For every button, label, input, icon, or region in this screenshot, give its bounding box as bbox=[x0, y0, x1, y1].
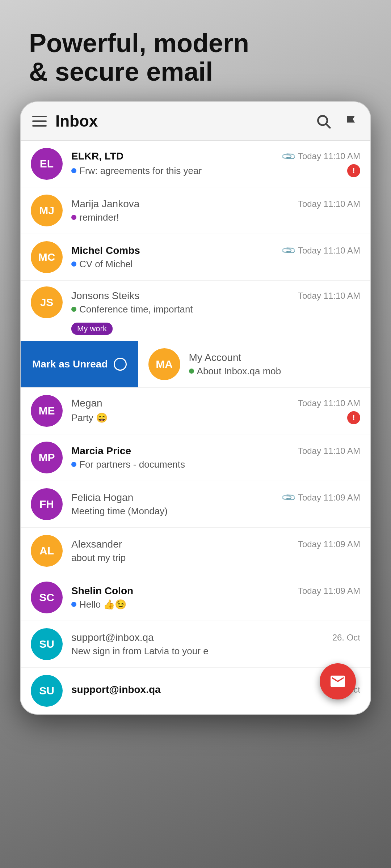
sender-elkr: ELKR, LTD bbox=[71, 150, 123, 162]
email-item-myaccount-container: Mark as Unread MA My Account About Inbox… bbox=[21, 341, 370, 388]
time-michel: 📎 Today 11:10 AM bbox=[283, 245, 360, 256]
subject-marcia: For partners - documents bbox=[71, 459, 360, 470]
subject-alexsander: about my trip bbox=[71, 552, 360, 563]
attachment-icon-felicia: 📎 bbox=[281, 489, 297, 506]
subject-felicia: Meeting time (Monday) bbox=[71, 506, 360, 517]
email-item-marcia[interactable]: MP Marcia Price Today 11:10 AM For partn… bbox=[21, 434, 370, 481]
header-actions bbox=[315, 113, 359, 129]
dot-jonsons bbox=[71, 307, 76, 312]
avatar-support1: SU bbox=[31, 628, 63, 660]
dot-myaccount bbox=[189, 369, 194, 374]
tag-mywork: My work bbox=[71, 323, 113, 335]
sender-support2: support@inbox.qa bbox=[71, 684, 161, 695]
dot-elkr bbox=[71, 168, 76, 173]
email-item-elkr[interactable]: EL ELKR, LTD 📎 Today 11:10 AM Frw: agree… bbox=[21, 141, 370, 187]
time-marija: Today 11:10 AM bbox=[298, 199, 360, 209]
attachment-icon-michel: 📎 bbox=[281, 242, 297, 259]
avatar-megan: ME bbox=[31, 395, 63, 427]
sender-shelin: Shelin Colon bbox=[71, 585, 133, 597]
time-alexsander: Today 11:09 AM bbox=[298, 539, 360, 549]
email-header: Inbox bbox=[21, 102, 370, 141]
hero-title: Powerful, modern & secure email bbox=[29, 29, 253, 86]
subject-marija: reminder! bbox=[71, 212, 360, 223]
email-content-shelin: Shelin Colon Today 11:09 AM Hello 👍😉 bbox=[71, 585, 360, 610]
email-item-shelin[interactable]: SC Shelin Colon Today 11:09 AM Hello 👍😉 bbox=[21, 574, 370, 621]
importance-icon-megan: ! bbox=[347, 411, 360, 424]
email-item-support2[interactable]: SU support@inbox.qa Oct bbox=[21, 668, 370, 714]
email-content-marcia: Marcia Price Today 11:10 AM For partners… bbox=[71, 445, 360, 470]
sender-felicia: Felicia Hogan bbox=[71, 492, 133, 503]
attachment-icon-elkr: 📎 bbox=[281, 148, 297, 165]
email-content-support2: support@inbox.qa Oct bbox=[71, 684, 360, 698]
email-content-alexsander: Alexsander Today 11:09 AM about my trip bbox=[71, 539, 360, 563]
subject-myaccount: About Inbox.qa mob bbox=[189, 366, 360, 377]
avatar-support2: SU bbox=[31, 675, 63, 707]
avatar-shelin: SC bbox=[31, 582, 63, 613]
swipe-action-btn[interactable]: Mark as Unread bbox=[21, 341, 138, 387]
time-marcia: Today 11:10 AM bbox=[298, 446, 360, 456]
sender-megan: Megan bbox=[71, 397, 102, 409]
email-content-elkr: ELKR, LTD 📎 Today 11:10 AM Frw: agreemen… bbox=[71, 150, 360, 177]
email-item-michel[interactable]: MC Michel Combs 📎 Today 11:10 AM CV of M… bbox=[21, 234, 370, 281]
avatar-jonsons: JS bbox=[31, 286, 63, 318]
avatar-felicia: FH bbox=[31, 488, 63, 520]
avatar-marcia: MP bbox=[31, 442, 63, 473]
email-item-myaccount[interactable]: MA My Account About Inbox.qa mob bbox=[138, 341, 370, 387]
avatar-myaccount: MA bbox=[148, 348, 180, 380]
time-support1: 26. Oct bbox=[332, 633, 360, 643]
time-jonsons: Today 11:10 AM bbox=[298, 291, 360, 301]
flag-button[interactable] bbox=[343, 113, 359, 129]
email-content-myaccount: My Account About Inbox.qa mob bbox=[189, 352, 360, 377]
sender-alexsander: Alexsander bbox=[71, 539, 122, 550]
email-item-felicia[interactable]: FH Felicia Hogan 📎 Today 11:09 AM Meetin… bbox=[21, 481, 370, 528]
email-content-michel: Michel Combs 📎 Today 11:10 AM CV of Mich… bbox=[71, 245, 360, 270]
dot-marcia bbox=[71, 462, 76, 467]
importance-icon-elkr: ! bbox=[347, 164, 360, 177]
sender-marija: Marija Jankova bbox=[71, 198, 139, 210]
email-content-jonsons: Jonsons Steiks Today 11:10 AM Conference… bbox=[71, 290, 360, 315]
subject-support1: New sign in from Latvia to your e bbox=[71, 646, 360, 657]
inbox-title: Inbox bbox=[47, 112, 315, 130]
email-item-marija[interactable]: MJ Marija Jankova Today 11:10 AM reminde… bbox=[21, 187, 370, 234]
email-item-megan[interactable]: ME Megan Today 11:10 AM Party 😄 ! bbox=[21, 388, 370, 434]
avatar-elkr: EL bbox=[31, 148, 63, 180]
search-button[interactable] bbox=[315, 113, 331, 129]
compose-fab[interactable] bbox=[320, 663, 356, 699]
email-content-support1: support@inbox.qa 26. Oct New sign in fro… bbox=[71, 632, 360, 657]
email-content-megan: Megan Today 11:10 AM Party 😄 ! bbox=[71, 397, 360, 424]
avatar-michel: MC bbox=[31, 241, 63, 273]
dot-michel bbox=[71, 261, 76, 267]
time-megan: Today 11:10 AM bbox=[298, 398, 360, 408]
menu-button[interactable] bbox=[32, 116, 47, 127]
swipe-circle bbox=[114, 358, 127, 371]
time-shelin: Today 11:09 AM bbox=[298, 586, 360, 596]
time-elkr: 📎 Today 11:10 AM bbox=[283, 151, 360, 162]
dot-shelin bbox=[71, 602, 76, 607]
email-item-jonsons[interactable]: JS Jonsons Steiks Today 11:10 AM Confere… bbox=[21, 281, 370, 341]
sender-michel: Michel Combs bbox=[71, 245, 140, 256]
dot-marija bbox=[71, 215, 76, 220]
mark-unread-label: Mark as Unread bbox=[32, 358, 108, 370]
phone-frame: Inbox EL ELKR, LTD bbox=[20, 101, 371, 715]
email-item-support1[interactable]: SU support@inbox.qa 26. Oct New sign in … bbox=[21, 621, 370, 668]
subject-michel: CV of Michel bbox=[71, 259, 360, 270]
subject-elkr: Frw: agreements for this year ! bbox=[71, 164, 360, 177]
email-list: EL ELKR, LTD 📎 Today 11:10 AM Frw: agree… bbox=[21, 141, 370, 714]
sender-myaccount: My Account bbox=[189, 352, 241, 363]
sender-jonsons: Jonsons Steiks bbox=[71, 290, 139, 302]
email-item-alexsander[interactable]: AL Alexsander Today 11:09 AM about my tr… bbox=[21, 528, 370, 574]
avatar-alexsander: AL bbox=[31, 535, 63, 567]
email-content-felicia: Felicia Hogan 📎 Today 11:09 AM Meeting t… bbox=[71, 492, 360, 517]
subject-megan: Party 😄 ! bbox=[71, 411, 360, 424]
svg-line-1 bbox=[326, 124, 330, 128]
avatar-marija: MJ bbox=[31, 195, 63, 226]
subject-shelin: Hello 👍😉 bbox=[71, 599, 360, 610]
sender-support1: support@inbox.qa bbox=[71, 632, 154, 643]
subject-jonsons: Conference time, important bbox=[71, 304, 360, 315]
time-felicia: 📎 Today 11:09 AM bbox=[283, 492, 360, 503]
email-content-marija: Marija Jankova Today 11:10 AM reminder! bbox=[71, 198, 360, 223]
sender-marcia: Marcia Price bbox=[71, 445, 131, 457]
